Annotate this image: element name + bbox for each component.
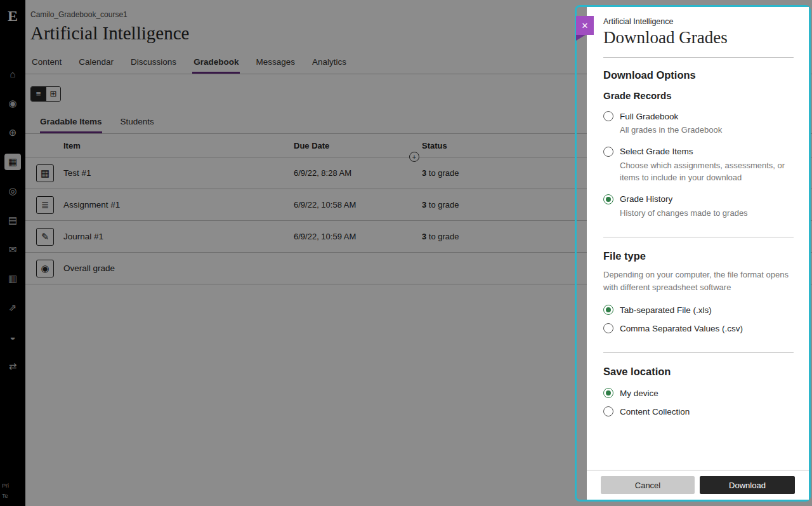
option-description: History of changes made to grades [620,208,794,220]
option-label: Comma Separated Values (.csv) [620,324,743,333]
option-my-device[interactable]: My device [603,388,794,398]
file-type-heading: File type [603,250,794,262]
cancel-button[interactable]: Cancel [601,476,695,494]
radio-comma-separated[interactable] [603,323,613,333]
radio-my-device[interactable] [603,388,613,398]
option-grade-history[interactable]: Grade History [603,194,794,204]
download-button[interactable]: Download [700,476,795,494]
radio-select-grade-items[interactable] [603,147,613,157]
option-comma-separated[interactable]: Comma Separated Values (.csv) [603,323,794,333]
grade-records-heading: Grade Records [603,90,794,101]
radio-tab-separated[interactable] [603,305,613,315]
close-panel-button[interactable]: ✕ [576,16,594,35]
option-select-grade-items[interactable]: Select Grade Items [603,147,794,157]
option-tab-separated[interactable]: Tab-separated File (.xls) [603,305,794,315]
peek-panel-frame: ✕ Artificial Intelligence Download Grade… [575,5,811,502]
option-label: Content Collection [620,407,690,416]
divider [603,237,794,237]
radio-grade-history[interactable] [603,194,613,204]
divider [603,352,794,353]
panel-footer: Cancel Download [587,470,809,500]
option-description: All grades in the Gradebook [620,124,794,136]
option-full-gradebook[interactable]: Full Gradebook [603,111,794,121]
save-location-heading: Save location [603,366,794,378]
radio-full-gradebook[interactable] [603,111,613,121]
option-description: Choose which assignments, assessments, o… [620,160,794,184]
download-grades-panel: Artificial Intelligence Download Grades … [587,7,809,500]
option-label: Grade History [620,194,672,204]
panel-title: Download Grades [603,28,794,48]
option-label: Tab-separated File (.xls) [620,305,712,315]
option-content-collection[interactable]: Content Collection [603,406,794,416]
download-options-heading: Download Options [603,69,794,81]
file-type-description: Depending on your computer, the file for… [603,269,794,293]
option-label: Full Gradebook [620,112,678,121]
close-icon: ✕ [582,21,589,30]
panel-context-course: Artificial Intelligence [603,17,794,26]
option-label: My device [620,389,658,398]
option-label: Select Grade Items [620,147,693,156]
radio-content-collection[interactable] [603,406,613,416]
divider [603,57,794,58]
